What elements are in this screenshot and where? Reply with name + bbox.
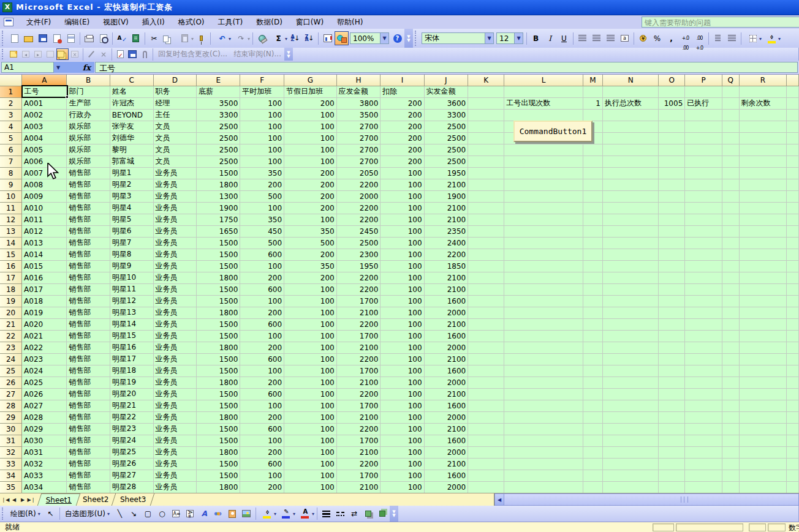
cell-I22[interactable]: 100	[381, 330, 424, 342]
cell-N9[interactable]	[602, 179, 659, 190]
next-comment-icon[interactable]: ▸	[32, 48, 44, 60]
cell-F22[interactable]: 100	[240, 330, 284, 342]
cell-P5[interactable]	[685, 132, 722, 144]
cell-L32[interactable]	[504, 446, 583, 458]
cell-K23[interactable]	[468, 342, 504, 353]
cell-G17[interactable]: 200	[284, 272, 337, 283]
cell-L2[interactable]: 工号出现次数	[504, 97, 583, 109]
cell-G21[interactable]: 100	[284, 318, 337, 330]
cell-H35[interactable]: 2100	[336, 481, 381, 493]
cell-J2[interactable]: 3600	[424, 97, 468, 109]
cell-A27[interactable]: A026	[22, 388, 67, 400]
cell-A13[interactable]: A012	[22, 225, 67, 237]
cell-F4[interactable]: 100	[240, 121, 284, 132]
sort-descending-icon[interactable]: ↓	[302, 31, 316, 45]
row-header-32[interactable]: 32	[0, 446, 22, 458]
cell-D19[interactable]: 业务员	[153, 295, 196, 307]
cell-K20[interactable]	[468, 307, 504, 318]
cell-H17[interactable]: 2200	[336, 272, 381, 283]
size-dropdown-icon[interactable]: ▼	[514, 33, 523, 43]
column-header-K[interactable]: K	[468, 75, 504, 86]
undo-icon[interactable]: ↶	[213, 31, 232, 45]
cell-R2[interactable]: 剩余次数	[739, 97, 787, 109]
cell-O30[interactable]	[659, 423, 685, 435]
borders-icon[interactable]	[743, 31, 762, 45]
cell-E1[interactable]: 底薪	[197, 86, 240, 97]
cell-Q19[interactable]	[722, 295, 739, 307]
merge-center-icon[interactable]: a	[618, 31, 632, 45]
delete-comment-icon[interactable]: ×	[69, 48, 81, 60]
column-header-P[interactable]: P	[685, 75, 722, 86]
cell-H34[interactable]: 1700	[336, 470, 381, 481]
cell-H27[interactable]: 2200	[336, 388, 381, 400]
cell-C18[interactable]: 明星11	[110, 283, 153, 295]
cell-F29[interactable]: 200	[240, 411, 284, 423]
cell-clip33[interactable]	[787, 458, 799, 470]
cell-Q30[interactable]	[722, 423, 739, 435]
row-header-18[interactable]: 18	[0, 283, 22, 295]
arrow-icon[interactable]: ↘	[127, 507, 141, 521]
cell-E4[interactable]: 2500	[197, 121, 240, 132]
cell-R33[interactable]	[739, 458, 787, 470]
cell-J22[interactable]: 1600	[424, 330, 468, 342]
cell-M19[interactable]	[583, 295, 603, 307]
cell-G18[interactable]: 100	[284, 283, 337, 295]
menu-format[interactable]: 格式(O)	[172, 16, 211, 29]
cell-clip12[interactable]	[787, 214, 799, 225]
cell-Q35[interactable]	[722, 481, 739, 493]
tab-sheet1[interactable]: Sheet1	[37, 493, 81, 506]
cell-clip4[interactable]	[787, 121, 799, 132]
cell-F25[interactable]: 100	[240, 365, 284, 377]
cell-J14[interactable]: 2400	[424, 237, 468, 249]
cell-F23[interactable]: 200	[240, 342, 284, 353]
cell-E8[interactable]: 1500	[197, 167, 240, 179]
cell-E27[interactable]: 1500	[197, 388, 240, 400]
cell-G22[interactable]: 100	[284, 330, 337, 342]
cell-I19[interactable]: 100	[381, 295, 424, 307]
cell-I13[interactable]: 100	[381, 225, 424, 237]
cell-Q34[interactable]	[722, 470, 739, 481]
cell-N14[interactable]	[602, 237, 659, 249]
cell-I28[interactable]: 100	[381, 400, 424, 411]
cell-A7[interactable]: A006	[22, 155, 67, 167]
cell-N24[interactable]	[602, 353, 659, 365]
decrease-indent-icon[interactable]	[711, 31, 725, 45]
menu-data[interactable]: 数据(D)	[249, 16, 289, 29]
row-header-13[interactable]: 13	[0, 225, 22, 237]
cell-Q9[interactable]	[722, 179, 739, 190]
cell-A9[interactable]: A008	[22, 179, 67, 190]
cell-B16[interactable]: 销售部	[67, 260, 110, 272]
column-header-H[interactable]: H	[336, 75, 381, 86]
cell-O23[interactable]	[659, 342, 685, 353]
cell-A15[interactable]: A014	[22, 249, 67, 260]
cell-P14[interactable]	[685, 237, 722, 249]
cell-Q1[interactable]	[722, 86, 739, 97]
line-icon[interactable]: ╲	[113, 507, 127, 521]
copy-icon[interactable]	[161, 31, 175, 45]
cell-I16[interactable]: 100	[381, 260, 424, 272]
cell-O17[interactable]	[659, 272, 685, 283]
cell-F32[interactable]: 200	[240, 446, 284, 458]
cell-D7[interactable]: 文员	[153, 155, 196, 167]
cell-M18[interactable]	[583, 283, 603, 295]
cell-L17[interactable]	[504, 272, 583, 283]
cell-B17[interactable]: 销售部	[67, 272, 110, 283]
cell-N23[interactable]	[602, 342, 659, 353]
cell-L15[interactable]	[504, 249, 583, 260]
cell-G14[interactable]: 500	[284, 237, 337, 249]
cell-M30[interactable]	[583, 423, 603, 435]
cell-clip29[interactable]	[787, 411, 799, 423]
cell-N16[interactable]	[602, 260, 659, 272]
cell-A21[interactable]: A020	[22, 318, 67, 330]
cell-A5[interactable]: A004	[22, 132, 67, 144]
cell-C8[interactable]: 明星1	[110, 167, 153, 179]
cell-Q18[interactable]	[722, 283, 739, 295]
cell-J28[interactable]: 1600	[424, 400, 468, 411]
cell-B5[interactable]: 娱乐部	[67, 132, 110, 144]
cell-Q10[interactable]	[722, 190, 739, 202]
cell-J32[interactable]: 2000	[424, 446, 468, 458]
cell-N12[interactable]	[602, 214, 659, 225]
cell-I8[interactable]: 100	[381, 167, 424, 179]
cell-M2[interactable]: 1	[583, 97, 603, 109]
align-center-icon[interactable]	[589, 31, 604, 45]
